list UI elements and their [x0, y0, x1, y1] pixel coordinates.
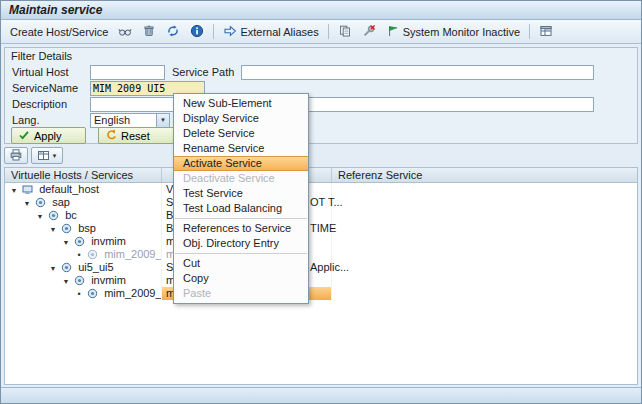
tree-cell[interactable]: • mim_2009_ui5 [5, 248, 162, 261]
menu-item[interactable]: Delete Service [174, 126, 308, 141]
info-button[interactable] [186, 23, 208, 41]
menu-item[interactable]: Rename Service [174, 141, 308, 156]
ref-service-cell [332, 248, 637, 261]
node-label[interactable]: mim_2009_ui5 [104, 287, 162, 299]
window: Maintain service Create Host/Service Ext… [0, 0, 642, 404]
node-label[interactable]: bsp [78, 222, 96, 234]
lang-select[interactable]: English ▼ [90, 113, 170, 128]
table-row[interactable]: ▼ bc BA [5, 209, 637, 222]
tree-cell[interactable]: ▼ default_host [5, 183, 162, 196]
table-grid-icon [539, 24, 553, 40]
expander-icon[interactable]: • [74, 288, 84, 300]
system-monitor-button[interactable]: System Monitor Inactive [382, 23, 524, 41]
ref-service-cell [332, 209, 637, 222]
table-view-button[interactable] [535, 23, 557, 41]
menu-item[interactable]: Display Service [174, 111, 308, 126]
menu-item[interactable]: Test Service [174, 186, 308, 201]
services-table: Virtuelle Hosts / Services Referenz Serv… [4, 167, 638, 385]
expander-icon[interactable]: ▼ [61, 236, 71, 248]
menu-item[interactable]: References to Service [174, 221, 308, 236]
layout-select-button[interactable]: ▼ [31, 147, 63, 164]
table-row[interactable]: • mim_2009_ui5 m [5, 248, 637, 261]
delete-button[interactable] [138, 23, 160, 41]
tools-crossed-icon [362, 24, 376, 40]
expander-icon[interactable]: ▼ [35, 210, 45, 222]
copy-button[interactable] [334, 23, 356, 41]
table-row[interactable]: ▼ default_host VI [5, 183, 637, 196]
table-row[interactable]: ▼ ui5_ui5 SA Applic... [5, 261, 637, 274]
filter-details-title: Filter Details [11, 50, 72, 62]
menu-item[interactable]: Cut [174, 256, 308, 271]
chevron-down-icon[interactable]: ▼ [156, 114, 169, 127]
tree-cell[interactable]: ▼ invmim [5, 274, 162, 287]
menu-item[interactable]: New Sub-Element [174, 96, 308, 111]
tree-cell[interactable]: ▼ invmim [5, 235, 162, 248]
menu-item[interactable]: Test Load Balancing [174, 201, 308, 216]
lang-label: Lang. [12, 114, 40, 126]
toolbar-separator [328, 24, 329, 39]
service-icon [87, 287, 101, 299]
page-title: Maintain service [9, 3, 102, 17]
refresh-button[interactable] [162, 23, 184, 41]
description-input[interactable] [90, 97, 594, 112]
apply-label: Apply [34, 130, 62, 142]
service-path-input[interactable] [241, 65, 594, 80]
node-label[interactable]: mim_2009_ui5 [104, 248, 162, 260]
table-row[interactable]: ▼ sap SA OT T... [5, 196, 637, 209]
service-icon [74, 274, 88, 286]
service-icon [74, 235, 88, 247]
table-row[interactable]: • mim_2009_ui5 m [5, 287, 637, 300]
description-label: Description [12, 98, 67, 110]
expander-icon[interactable]: ▼ [22, 197, 32, 209]
context-menu: New Sub-ElementDisplay ServiceDelete Ser… [173, 93, 309, 304]
service-path-label: Service Path [172, 66, 234, 78]
service-icon [87, 248, 101, 260]
tree-cell[interactable]: • mim_2009_ui5 [5, 287, 162, 300]
ref-service-cell [332, 183, 637, 196]
green-flag-icon [386, 24, 400, 40]
system-monitor-label: System Monitor Inactive [403, 26, 520, 38]
display-button[interactable] [114, 23, 136, 41]
info-icon [190, 24, 204, 40]
menu-item[interactable]: Activate Service [174, 156, 308, 171]
trash-icon [142, 24, 156, 40]
table-row[interactable]: ▼ bsp BU TIME [5, 222, 637, 235]
tree-rows: ▼ default_host VI ▼ sap SA OT T... ▼ bc [5, 183, 637, 384]
reset-button[interactable]: Reset [98, 127, 177, 144]
status-bar [1, 387, 641, 403]
node-label[interactable]: invmim [91, 235, 126, 247]
menu-separator [175, 253, 307, 254]
external-aliases-button[interactable]: External Aliases [219, 23, 322, 41]
node-label[interactable]: default_host [39, 183, 99, 195]
node-label[interactable]: sap [52, 196, 70, 208]
filter-details-panel: Filter Details Virtual Host Service Path… [4, 47, 638, 144]
print-button[interactable] [4, 147, 28, 164]
table-row[interactable]: ▼ invmim m [5, 274, 637, 287]
create-host-service-label: Create Host/Service [10, 26, 108, 38]
expander-icon[interactable]: • [74, 249, 84, 261]
expander-icon[interactable]: ▼ [9, 184, 19, 196]
create-host-service-button[interactable]: Create Host/Service [6, 23, 112, 41]
tree-cell[interactable]: ▼ sap [5, 196, 162, 209]
table-row[interactable]: ▼ invmim m [5, 235, 637, 248]
refresh-icon [166, 24, 180, 40]
menu-item[interactable]: Obj. Directory Entry [174, 236, 308, 251]
service-icon [61, 222, 75, 234]
tree-cell[interactable]: ▼ ui5_ui5 [5, 261, 162, 274]
menu-item[interactable]: Copy [174, 271, 308, 286]
printer-icon [9, 148, 23, 163]
list-toolbar: ▼ [4, 147, 63, 165]
node-label[interactable]: ui5_ui5 [78, 261, 113, 273]
monitor-config-button[interactable] [358, 23, 380, 41]
virtual-host-input[interactable] [90, 65, 165, 80]
arrow-right-icon [223, 24, 237, 40]
apply-button[interactable]: Apply [11, 127, 86, 144]
expander-icon[interactable]: ▼ [61, 275, 71, 287]
node-label[interactable]: bc [65, 209, 77, 221]
tree-cell[interactable]: ▼ bc [5, 209, 162, 222]
tree-cell[interactable]: ▼ bsp [5, 222, 162, 235]
node-label[interactable]: invmim [91, 274, 126, 286]
expander-icon[interactable]: ▼ [48, 223, 58, 235]
expander-icon[interactable]: ▼ [48, 262, 58, 274]
undo-icon [105, 129, 117, 143]
